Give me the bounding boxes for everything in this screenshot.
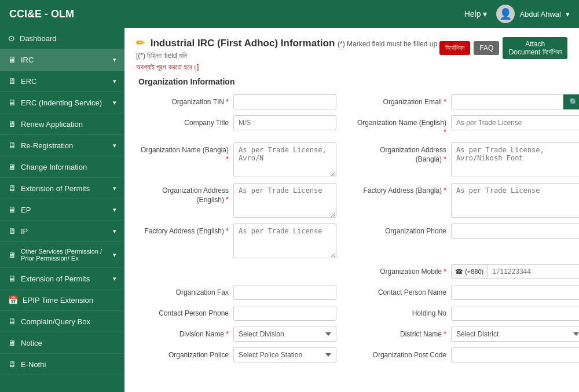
- avatar: 👤: [496, 5, 515, 23]
- calendar-icon: 📅: [8, 295, 18, 305]
- chevron-icon: ▾: [113, 78, 116, 85]
- form-row-org-address-english: Organization Address (English) *: [136, 183, 336, 218]
- pencil-icon: ✏: [136, 38, 144, 49]
- form-row-holding-no: Holding No: [354, 306, 579, 321]
- chevron-icon: ▾: [113, 275, 116, 283]
- header-buttons: নির্দেশিকা FAQ Attach Document নির্দেশিক…: [439, 37, 567, 59]
- sidebar-item-erc-indenting[interactable]: 🖥 ERC (Indenting Service) ▾: [0, 92, 124, 113]
- monitor-icon: 🖥: [8, 76, 16, 86]
- factory-address-english-input[interactable]: [233, 224, 336, 258]
- page-title: ✏ Industrial IRC (First Adhoc) Informati…: [136, 37, 439, 61]
- user-area[interactable]: 👤 Abdul Ahwal ▾: [496, 5, 570, 23]
- form-row-org-phone: Organization Phone: [354, 224, 579, 258]
- chevron-down-icon: ▾: [483, 9, 487, 19]
- faq-button[interactable]: FAQ: [474, 41, 499, 55]
- monitor-icon: 🖥: [8, 338, 16, 347]
- district-select[interactable]: Select District: [451, 327, 579, 342]
- user-name: Abdul Ahwal: [519, 10, 561, 19]
- org-mobile-input[interactable]: [488, 264, 579, 279]
- sidebar-item-label: Extension of Permits: [21, 184, 90, 193]
- sidebar-item-extension-permits[interactable]: 🖥 Extension of Permits ▾: [0, 178, 124, 199]
- form-row-org-police: Organization Police Select Police Statio…: [136, 347, 336, 362]
- page-header: ✏ Industrial IRC (First Adhoc) Informati…: [136, 37, 567, 71]
- sidebar-item-re-registration[interactable]: 🖥 Re-Registration ▾: [0, 135, 124, 156]
- form-row-org-email: Organization Email * 🔍: [354, 94, 579, 109]
- holding-no-input[interactable]: [451, 306, 579, 321]
- form-row-company-title: Company Title: [136, 115, 336, 137]
- sidebar-item-label: Dashboard: [20, 34, 57, 43]
- sidebar-item-renew[interactable]: 🖥 Renew Application: [0, 113, 124, 135]
- sidebar-item-ep[interactable]: 🖥 EP ▾: [0, 199, 124, 221]
- form-row-division: Division Name * Select Division: [136, 327, 336, 342]
- org-tin-input[interactable]: [233, 94, 336, 109]
- monitor-icon: 🖥: [8, 184, 16, 193]
- sidebar-item-change-information[interactable]: 🖥 Change Information: [0, 156, 124, 178]
- chevron-icon: ▾: [113, 142, 116, 149]
- org-name-english-input[interactable]: [451, 115, 579, 130]
- monitor-icon: 🖥: [8, 55, 16, 64]
- org-fax-input[interactable]: [233, 285, 336, 300]
- sidebar-item-extension-permits2[interactable]: 🖥 Extension of Permits ▾: [0, 268, 124, 290]
- org-post-code-label: Organization Post Code: [354, 347, 446, 360]
- org-address-bangla-input[interactable]: [451, 142, 579, 177]
- company-title-label: Company Title: [136, 115, 229, 128]
- org-address-bangla-label: Organization Address (Bangla) *: [354, 142, 446, 164]
- sidebar-item-label: Other Services (Permission / Prior Permi…: [21, 248, 113, 262]
- org-phone-input[interactable]: [451, 224, 579, 239]
- chevron-icon: ▾: [113, 206, 116, 214]
- org-name-bangla-input[interactable]: [233, 142, 336, 177]
- form-row-org-mobile: Organization Mobile * ☎ (+880): [354, 264, 579, 279]
- org-mobile-input-group: ☎ (+880): [451, 264, 579, 279]
- chevron-icon: ▾: [113, 251, 116, 259]
- org-name-english-label: Organization Name (English) *: [354, 115, 446, 137]
- monitor-icon: 🖥: [8, 98, 16, 107]
- attach-document-button[interactable]: Attach Document নির্দেশিকা: [503, 37, 567, 59]
- sidebar-item-enothi[interactable]: 🖥 E-Nothi: [0, 354, 124, 375]
- top-nav: CCI&E - OLM Help ▾ 👤 Abdul Ahwal ▾: [0, 0, 579, 28]
- factory-address-bangla-label: Factory Address (Bangla) *: [354, 183, 446, 196]
- form-row-org-tin: Organization TIN *: [136, 94, 336, 109]
- holding-no-label: Holding No: [354, 306, 446, 318]
- sidebar-item-erc[interactable]: 🖥 ERC ▾ ←: [0, 71, 124, 92]
- monitor-icon: 🖥: [8, 205, 16, 214]
- monitor-icon: 🖥: [8, 162, 16, 171]
- sidebar-item-notice[interactable]: 🖥 Notice: [0, 332, 124, 354]
- org-mobile-label: Organization Mobile *: [354, 264, 446, 277]
- sidebar-item-epip-time[interactable]: 📅 EPIP Time Extension: [0, 290, 124, 311]
- company-title-input[interactable]: [233, 115, 336, 130]
- division-select[interactable]: Select Division: [233, 327, 336, 342]
- form-row-factory-address-bangla: Factory Address (Bangla) *: [354, 183, 579, 218]
- chevron-icon: ▾: [113, 228, 116, 235]
- org-address-english-input[interactable]: [233, 183, 336, 218]
- division-label: Division Name *: [136, 327, 229, 339]
- form-row-contact-person-name: Contact Person Name: [354, 285, 579, 300]
- sidebar-item-ip[interactable]: 🖥 IP ▾: [0, 221, 124, 242]
- sidebar-item-dashboard[interactable]: ⊙ Dashboard: [0, 28, 124, 49]
- main-content: ✏ Industrial IRC (First Adhoc) Informati…: [124, 28, 579, 392]
- sidebar-item-label: IP: [21, 227, 28, 236]
- form-row-org-name-bangla: Organization Name (Bangla) *: [136, 142, 336, 177]
- org-email-label: Organization Email *: [354, 94, 446, 107]
- form-row-org-name-english: Organization Name (English) *: [354, 115, 579, 137]
- contact-person-name-input[interactable]: [451, 285, 579, 300]
- monitor-icon: 🖥: [8, 226, 16, 236]
- org-post-code-input[interactable]: [451, 347, 579, 362]
- subtitle: অবশ্যাই পূরণ করতে হবে।]: [136, 63, 439, 71]
- chevron-icon: ▾: [113, 99, 116, 107]
- org-police-select[interactable]: Select Police Station: [233, 347, 336, 362]
- factory-address-bangla-input[interactable]: [451, 183, 579, 218]
- form-row-org-post-code: Organization Post Code: [354, 347, 579, 362]
- org-email-input[interactable]: [451, 94, 563, 109]
- nirdeshika-button[interactable]: নির্দেশিকা: [439, 41, 470, 55]
- contact-phone-input[interactable]: [233, 306, 336, 321]
- factory-address-english-label: Factory Address (English) *: [136, 224, 229, 236]
- help-button[interactable]: Help ▾: [464, 9, 488, 19]
- org-police-label: Organization Police: [136, 347, 229, 360]
- sidebar-item-complain[interactable]: 🖥 Complain/Query Box: [0, 311, 124, 332]
- form-row-spacer: [136, 264, 336, 279]
- email-search-button[interactable]: 🔍: [563, 94, 579, 109]
- sidebar-item-irc[interactable]: 🖥 IRC ▾ ←: [0, 49, 124, 71]
- sidebar-item-label: IRC: [21, 56, 34, 64]
- sidebar-item-other-services[interactable]: 🖥 Other Services (Permission / Prior Per…: [0, 242, 124, 268]
- org-tin-label: Organization TIN *: [136, 94, 229, 107]
